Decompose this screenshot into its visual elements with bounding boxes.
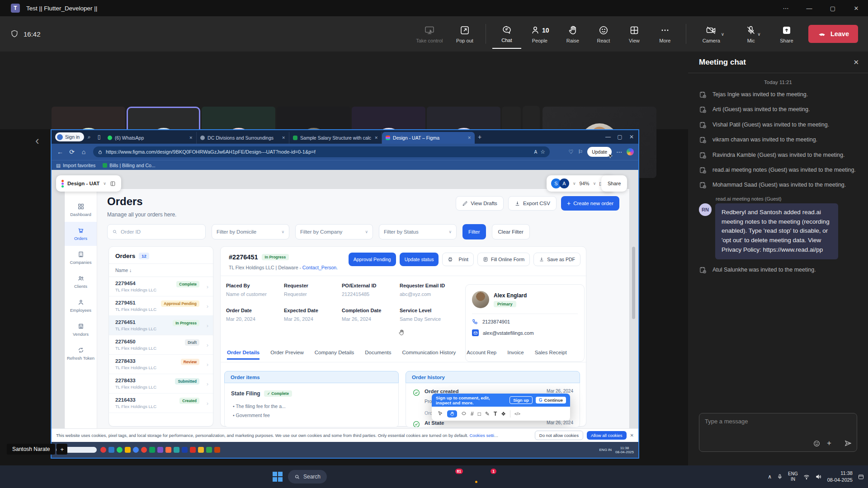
- list-column-header[interactable]: Name ↓: [109, 263, 213, 277]
- home-icon[interactable]: ⌂: [78, 148, 90, 155]
- detail-tab[interactable]: Account Rep: [467, 350, 496, 360]
- save-as-pdf-button[interactable]: Save as PDF: [533, 253, 580, 266]
- deny-cookies-button[interactable]: Do not allow cookies: [535, 431, 583, 440]
- continue-with-google-button[interactable]: GContinue: [536, 397, 566, 404]
- fill-online-form-button[interactable]: Fill Online Form: [477, 253, 530, 266]
- browser-close-button[interactable]: ✕: [627, 134, 637, 140]
- favorite-bills-link[interactable]: Bills | Billing and Co...: [103, 163, 155, 168]
- text-tool-icon[interactable]: T: [494, 411, 497, 417]
- taskbar-app-icon[interactable]: [331, 470, 344, 483]
- back-icon[interactable]: ←: [54, 148, 66, 155]
- tab-search-icon[interactable]: ⌕: [84, 134, 94, 140]
- order-row[interactable]: 2279451 TL Flex Holdings LLC Approval Pe…: [109, 296, 213, 316]
- order-id-search-input[interactable]: Order ID: [107, 224, 206, 239]
- chevron-down-icon[interactable]: ∨: [103, 181, 106, 186]
- figma-doc-pill[interactable]: Design - UAT ∨: [56, 175, 121, 192]
- read-aloud-icon[interactable]: A: [534, 150, 538, 155]
- more-button[interactable]: More: [651, 19, 679, 49]
- extensions-icon[interactable]: ⚐: [578, 149, 583, 155]
- shape-tool-icon[interactable]: □: [478, 411, 481, 417]
- filter-domicile-select[interactable]: Filter by Domicile∨: [212, 224, 289, 239]
- order-row[interactable]: 2276450 TL Flex Holdings LLC Draft ›: [109, 335, 213, 355]
- chat-close-icon[interactable]: ✕: [853, 58, 859, 66]
- react-button[interactable]: React: [589, 19, 618, 49]
- taskbar-app-icon[interactable]: 1: [481, 470, 494, 483]
- detail-tab[interactable]: Documents: [365, 350, 391, 360]
- figma-share-button[interactable]: Share: [601, 175, 627, 192]
- taskbar-app-icon[interactable]: [465, 470, 477, 483]
- taskbar-app-icon[interactable]: [364, 470, 377, 483]
- chevron-down-icon[interactable]: ∨: [573, 181, 576, 186]
- raise-hand-button[interactable]: Raise: [558, 19, 587, 49]
- start-button[interactable]: [271, 470, 284, 483]
- detail-tab[interactable]: Invoice: [507, 350, 524, 360]
- order-row[interactable]: 2279454 TL Flex Holdings LLC Complete ›: [109, 277, 213, 296]
- collaborator-avatar[interactable]: A: [559, 178, 569, 188]
- frame-tool-icon[interactable]: #: [471, 411, 474, 417]
- update-status-button[interactable]: Update status: [400, 253, 439, 266]
- tray-clock[interactable]: 11:3808-04-2025: [827, 470, 853, 484]
- copilot-icon[interactable]: [627, 148, 634, 155]
- taskbar-app-icon[interactable]: 81: [448, 470, 461, 483]
- component-tool-icon[interactable]: ❖: [501, 411, 506, 417]
- filter-company-select[interactable]: Filter by Company∨: [295, 224, 373, 239]
- order-row[interactable]: 2276451 TL Flex Holdings LLC In Progress…: [109, 316, 213, 335]
- window-maximize-button[interactable]: ▢: [821, 0, 844, 16]
- browser-minimize-button[interactable]: —: [603, 134, 613, 140]
- zoom-level[interactable]: 94%: [580, 181, 590, 186]
- chat-message-input[interactable]: Type a message +: [699, 413, 857, 452]
- filter-status-select[interactable]: Filter by Status∨: [379, 224, 457, 239]
- tab-close-icon[interactable]: ✕: [189, 136, 193, 140]
- taskbar-app-icon[interactable]: [398, 470, 410, 483]
- import-favorites-button[interactable]: ▤Import favorites: [56, 163, 95, 168]
- leave-button[interactable]: Leave: [808, 25, 858, 43]
- browser-tab-whatsapp[interactable]: (6) WhatsApp✕: [104, 132, 197, 144]
- pen-tool-icon[interactable]: ✎: [485, 411, 490, 417]
- order-row[interactable]: 2278433 TL Flex Holdings LLC Review ›: [109, 355, 213, 374]
- share-button[interactable]: Share: [772, 19, 801, 49]
- take-control-button[interactable]: Take control: [410, 19, 448, 49]
- approval-pending-button[interactable]: Approval Pending: [349, 253, 396, 266]
- sidebar-item-vendors[interactable]: Vendors: [65, 318, 97, 342]
- view-button[interactable]: View: [620, 19, 649, 49]
- taskbar-app-icon[interactable]: [415, 470, 427, 483]
- camera-options-chevron[interactable]: ∨: [721, 32, 724, 37]
- browser-tab-dc-divisions[interactable]: DC Divisions and Surroundings✕: [197, 132, 289, 144]
- tab-close-icon[interactable]: ✕: [375, 136, 378, 140]
- create-new-order-button[interactable]: +Create new order: [561, 196, 619, 211]
- attach-plus-icon[interactable]: +: [827, 439, 831, 448]
- taskbar-app-icon[interactable]: [381, 470, 394, 483]
- browser-scrollbar[interactable]: [632, 247, 635, 319]
- sidebar-item-companies[interactable]: Companies: [65, 246, 97, 270]
- emoji-icon[interactable]: [813, 440, 821, 447]
- lasso-tool-icon[interactable]: [461, 411, 467, 417]
- update-button[interactable]: Update: [587, 147, 612, 157]
- taskbar-app-icon[interactable]: [348, 470, 360, 483]
- sidebar-item-refresh-token[interactable]: Refresh Token: [65, 342, 97, 366]
- tray-expand-chevron[interactable]: ∧: [768, 474, 772, 480]
- detail-tab[interactable]: Order Details: [227, 350, 259, 360]
- tray-language[interactable]: ENGIN: [788, 471, 798, 483]
- dev-mode-icon[interactable]: </>: [514, 412, 520, 416]
- contact-person-link[interactable]: Contact_Person.: [302, 265, 338, 270]
- tray-mic-icon[interactable]: [777, 474, 783, 480]
- sidebar-item-dashboard[interactable]: Dashboard: [65, 198, 97, 222]
- url-field[interactable]: https://www.figma.com/design/9BKQ0FOHRWa…: [93, 146, 550, 157]
- browser-tab-figma[interactable]: Design - UAT – Figma✕: [382, 132, 475, 144]
- browser-profile-button[interactable]: Sign in: [55, 132, 84, 141]
- window-minimize-button[interactable]: —: [797, 0, 821, 16]
- notification-center-icon[interactable]: [858, 474, 864, 480]
- browser-maximize-button[interactable]: ▢: [615, 134, 625, 140]
- window-close-button[interactable]: ✕: [844, 0, 868, 16]
- browser-essentials-icon[interactable]: ♡: [569, 149, 574, 155]
- window-more-button[interactable]: ⋯: [774, 0, 797, 16]
- sign-up-button[interactable]: Sign up: [509, 396, 533, 404]
- refresh-icon[interactable]: ⟳: [66, 148, 78, 155]
- export-csv-button[interactable]: Export CSV: [508, 196, 557, 211]
- contact-email-row[interactable]: alex@vstatefilings.com: [466, 325, 584, 336]
- taskbar-search[interactable]: Search: [288, 470, 327, 483]
- wifi-icon[interactable]: [803, 473, 810, 480]
- filter-button[interactable]: Filter: [462, 224, 486, 239]
- pop-out-button[interactable]: Pop out: [450, 19, 479, 49]
- contact-phone-row[interactable]: 2123874901: [466, 314, 584, 325]
